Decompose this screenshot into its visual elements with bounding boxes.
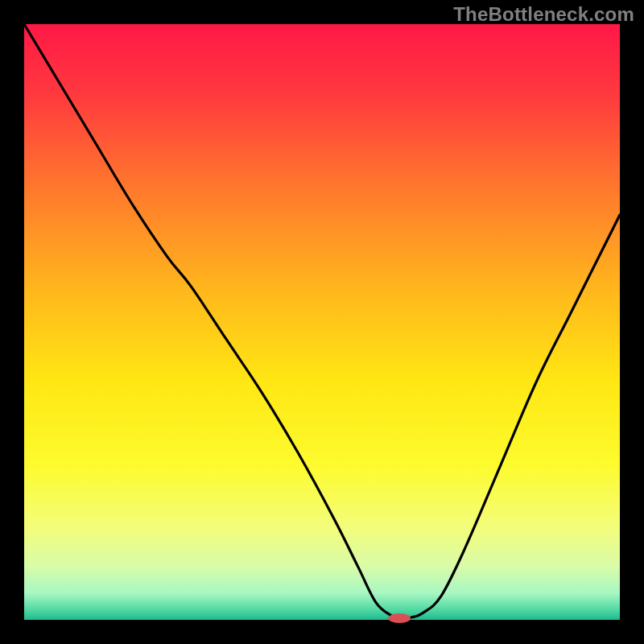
chart-frame: { "watermark": "TheBottleneck.com", "cha…	[0, 0, 644, 644]
watermark-label: TheBottleneck.com	[453, 3, 634, 26]
optimum-marker	[388, 613, 411, 623]
gradient-background	[24, 24, 620, 620]
bottleneck-chart	[0, 0, 644, 644]
